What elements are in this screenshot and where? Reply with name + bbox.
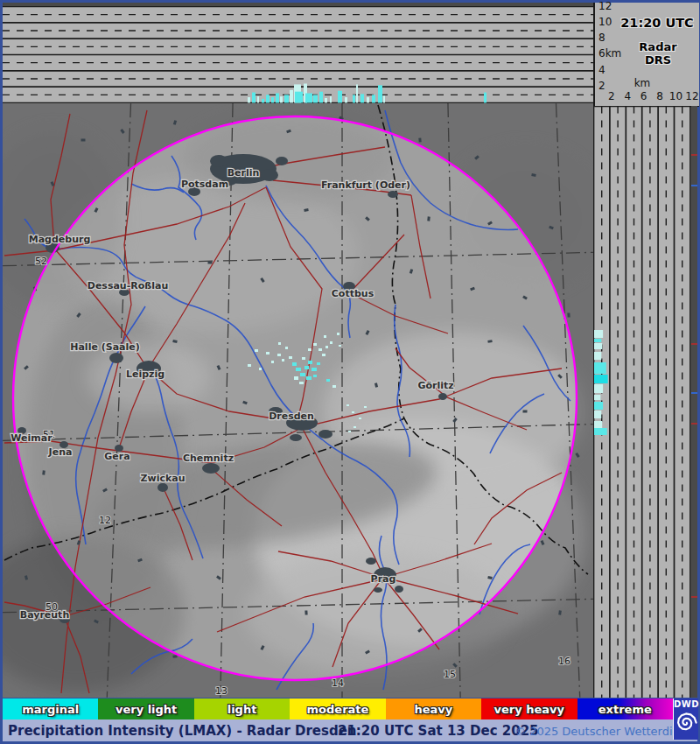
- echo-bar: [594, 339, 601, 342]
- road-mark: [691, 423, 697, 425]
- echo-bar: [271, 97, 274, 102]
- echo-cell: [322, 354, 326, 356]
- echo-cell: [306, 376, 312, 380]
- road-mark: [691, 343, 697, 345]
- echo-cell: [277, 354, 281, 356]
- echo-cell: [271, 361, 274, 363]
- urban-area: [261, 169, 278, 181]
- legend-item-marginal: marginal: [3, 698, 98, 719]
- radar-map-svg: 5251501213141516 BerlinPotsdamFrankfurt …: [3, 103, 593, 698]
- echo-cell: [364, 406, 367, 408]
- km-tick-8: 8: [651, 90, 668, 102]
- urban-area: [438, 393, 447, 400]
- graticule-label: 13: [215, 685, 228, 697]
- echo-bar: [594, 428, 607, 435]
- intensity-legend: marginalvery lightlightmoderateheavyvery…: [3, 698, 673, 719]
- echo-cell: [300, 373, 305, 376]
- km-tick-2: 2: [603, 90, 620, 102]
- legend-item-light: light: [194, 698, 290, 719]
- echo-bar: [257, 96, 259, 102]
- km-tick-6: 6: [635, 90, 653, 102]
- right-profile-plot: [593, 106, 691, 698]
- town-mark: [81, 139, 86, 142]
- echo-bar: [594, 384, 603, 393]
- km-tick-4: 4: [619, 90, 636, 102]
- town-mark: [522, 410, 527, 412]
- echo-bar: [262, 99, 264, 103]
- urban-area: [202, 463, 220, 474]
- echo-bar: [280, 96, 283, 102]
- echo-bar: [383, 95, 385, 102]
- city-label: Leipzig: [126, 368, 164, 380]
- river-mark: [691, 392, 697, 394]
- city-label: Dessau-Roßlau: [88, 280, 168, 291]
- corner-info-box: 121086km42 21:20 UTC Radar DRS km 246810…: [593, 3, 699, 107]
- city-label: Dresden: [269, 411, 314, 422]
- echo-bar: [594, 330, 603, 338]
- legend-label: very heavy: [494, 703, 565, 716]
- echo-cell: [346, 404, 349, 406]
- echo-cell: [296, 368, 301, 371]
- echo-cell: [359, 418, 361, 419]
- product-title: Precipitation Intensity (LMAX) - Radar D…: [8, 723, 357, 739]
- city-label: Gera: [104, 451, 130, 462]
- legend-item-extreme: extreme: [578, 698, 673, 719]
- city-label: Prag: [371, 573, 396, 585]
- echo-cell: [337, 333, 340, 335]
- echo-bar: [266, 95, 270, 102]
- echo-cell: [324, 335, 326, 338]
- echo-cell: [332, 385, 336, 388]
- map-sliver-right: [691, 106, 697, 698]
- echo-bar: [338, 91, 342, 103]
- echo-cell: [299, 382, 304, 384]
- echo-cell: [282, 359, 284, 361]
- echo-cell: [294, 376, 298, 380]
- urban-area: [109, 353, 123, 363]
- city-label: Zwickau: [141, 473, 186, 484]
- height-label-12: 12: [598, 1, 626, 12]
- km-tick-10: 10: [668, 90, 685, 102]
- echo-bar: [319, 92, 323, 103]
- urban-area: [276, 157, 288, 165]
- echo-bar: [252, 93, 256, 103]
- echo-bar: [353, 95, 355, 102]
- legend-item-very-heavy: very heavy: [481, 698, 577, 719]
- echo-cell: [354, 426, 356, 428]
- echo-bar: [295, 92, 303, 103]
- dwd-logo: DWD: [673, 698, 698, 740]
- echo-cell: [248, 364, 251, 367]
- echo-bar: [367, 97, 369, 102]
- echo-cell: [317, 362, 320, 365]
- graticule-label: 15: [444, 669, 456, 680]
- echo-cell: [308, 361, 312, 364]
- echo-bar: [325, 98, 327, 103]
- echo-cell: [330, 341, 332, 344]
- top-profile-plot: [3, 6, 593, 103]
- legend-label: marginal: [22, 703, 79, 716]
- urban-area: [318, 430, 332, 439]
- urban-area: [158, 483, 168, 492]
- echo-bar: [248, 97, 250, 102]
- echo-bar: [594, 411, 601, 418]
- legend-label: light: [228, 703, 257, 716]
- echo-bar: [484, 93, 486, 103]
- city-label: Berlin: [228, 167, 260, 179]
- legend-label: extreme: [598, 703, 652, 716]
- legend-item-very-light: very light: [98, 698, 193, 719]
- town-mark: [418, 137, 421, 142]
- city-label: Görlitz: [417, 380, 453, 391]
- echo-bar: [345, 97, 347, 102]
- legend-label: moderate: [307, 703, 369, 716]
- city-label: Potsdam: [181, 179, 228, 190]
- urban-area: [374, 587, 382, 593]
- city-label: Jena: [48, 446, 73, 458]
- echo-cell: [278, 342, 281, 345]
- top-profile-panel: [3, 6, 593, 103]
- city-label: Frankfurt (Oder): [321, 179, 410, 191]
- city-label: Bayreuth: [20, 609, 69, 621]
- echo-bar: [594, 362, 606, 374]
- echo-cell: [312, 368, 317, 371]
- echo-cell: [348, 431, 351, 432]
- right-profile-panel: [593, 106, 691, 698]
- radar-display-page: 121086km42 21:20 UTC Radar DRS km 246810…: [0, 0, 700, 744]
